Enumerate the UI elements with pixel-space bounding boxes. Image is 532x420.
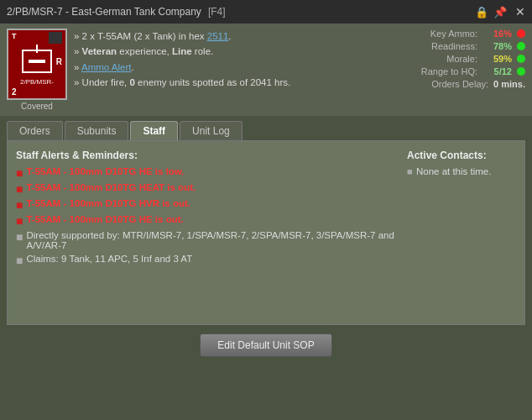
close-icon[interactable]: ✕: [515, 5, 525, 18]
alert-item-1: ■ T-55AM - 100mm D10TG HE is low.: [16, 166, 399, 179]
shortcut-label: [F4]: [208, 6, 226, 18]
contact-text-1: None at this time.: [416, 166, 491, 176]
alert-bullet-6: ■: [16, 255, 23, 266]
unit-info-line2: » Veteran experience, Line role.: [74, 44, 384, 59]
unit-info: » 2 x T-55AM (2 x Tank) in hex 2511. » V…: [74, 29, 384, 91]
alert-bullet-5: ■: [16, 231, 23, 243]
stat-row-readiness: Readiness: 78%: [391, 41, 525, 51]
stat-row-morale: Morale: 59%: [391, 54, 525, 64]
alert-text-1: T-55AM - 100mm D10TG HE is low.: [26, 166, 184, 176]
alert-text-5: Directly supported by: MTR/I/MSR-7, 1/SP…: [26, 230, 399, 250]
ammo-alert-link[interactable]: Ammo Alert: [81, 62, 131, 72]
badge-r-label: R: [56, 57, 62, 66]
unit-info-line3: » Ammo Alert.: [74, 60, 384, 75]
stat-value-range: 5/12: [482, 66, 512, 76]
stat-dot-readiness: [517, 42, 525, 50]
tank-symbol: [22, 50, 52, 73]
stat-dot-range: [517, 67, 525, 76]
stat-value-readiness: 78%: [482, 41, 512, 51]
stat-row-ammo: Key Ammo: 16%: [391, 29, 525, 39]
contact-bullet-1: ■: [407, 166, 413, 176]
badge-top-left: T: [12, 32, 17, 44]
badge-top-right: [49, 32, 62, 44]
alert-bullet-4: ■: [16, 215, 23, 227]
staff-alerts-section: Staff Alerts & Reminders: ■ T-55AM - 100…: [16, 150, 399, 316]
covered-label: Covered: [21, 102, 53, 111]
badge-bottom-left: 2: [12, 87, 17, 97]
active-contacts-title: Active Contacts:: [407, 150, 516, 161]
stat-row-delay: Orders Delay: 0 mins.: [391, 79, 525, 89]
tab-orders[interactable]: Orders: [7, 121, 63, 140]
unit-badge: T R 2/PB/MSR- 2: [7, 29, 67, 100]
alert-item-3: ■ T-55AM - 100mm D10TG HVR is out.: [16, 198, 399, 211]
bottom-bar: Edit Default Unit SOP: [0, 327, 532, 364]
stat-label-ammo: Key Ammo:: [430, 29, 477, 39]
contact-item-1: ■ None at this time.: [407, 166, 516, 176]
pin-icon[interactable]: 📌: [493, 6, 507, 18]
stat-label-morale: Morale:: [446, 54, 477, 64]
stat-row-range: Range to HQ: 5/12: [391, 66, 525, 76]
unit-info-line1: » 2 x T-55AM (2 x Tank) in hex 2511.: [74, 29, 384, 44]
active-contacts-section: Active Contacts: ■ None at this time.: [407, 150, 516, 316]
lock-icon[interactable]: 🔒: [475, 6, 488, 18]
stat-value-morale: 59%: [482, 54, 512, 64]
title-bar: 2/PB/MSR-7 - East-German Tank Company [F…: [0, 0, 532, 24]
tab-subunits[interactable]: Subunits: [65, 121, 129, 140]
window-title: 2/PB/MSR-7 - East-German Tank Company: [7, 6, 201, 18]
tabs-bar: Orders Subunits Staff Unit Log: [0, 116, 532, 140]
alert-text-3: T-55AM - 100mm D10TG HVR is out.: [26, 198, 190, 208]
stat-value-delay: 0 mins.: [493, 79, 525, 89]
alert-text-4: T-55AM - 100mm D10TG HE is out.: [26, 214, 183, 224]
alert-item-6: ■ Claims: 9 Tank, 11 APC, 5 Inf and 3 AT: [16, 254, 399, 266]
unit-info-line4: » Under fire, 0 enemy units spotted as o…: [74, 75, 384, 90]
edit-default-sop-button[interactable]: Edit Default Unit SOP: [200, 333, 331, 357]
unit-badge-container: T R 2/PB/MSR- 2 Covered: [7, 29, 67, 111]
alert-bullet-2: ■: [16, 183, 23, 195]
stat-dot-ammo: [517, 29, 525, 38]
stat-dot-morale: [517, 55, 525, 63]
alert-bullet-1: ■: [16, 167, 23, 179]
stat-label-readiness: Readiness:: [431, 41, 477, 51]
stats-panel: Key Ammo: 16% Readiness: 78% Morale: 59%…: [391, 29, 525, 92]
alert-item-5: ■ Directly supported by: MTR/I/MSR-7, 1/…: [16, 230, 399, 250]
alert-item-4: ■ T-55AM - 100mm D10TG HE is out.: [16, 214, 399, 227]
hex-link[interactable]: 2511: [207, 31, 229, 41]
stat-label-range: Range to HQ:: [421, 66, 477, 76]
badge-designation: 2/PB/MSR-: [18, 77, 55, 87]
alert-bullet-3: ■: [16, 199, 23, 211]
alert-text-6: Claims: 9 Tank, 11 APC, 5 Inf and 3 AT: [26, 254, 192, 264]
alert-item-2: ■ T-55AM - 100mm D10TG HEAT is out.: [16, 182, 399, 195]
header-row: T R 2/PB/MSR- 2 Covered » 2 x T-55AM (2 …: [0, 24, 532, 116]
staff-alerts-title: Staff Alerts & Reminders:: [16, 150, 399, 161]
tab-staff[interactable]: Staff: [130, 121, 178, 140]
tab-unitlog[interactable]: Unit Log: [180, 121, 243, 140]
tab-content-staff: Staff Alerts & Reminders: ■ T-55AM - 100…: [7, 140, 525, 325]
stat-value-ammo: 16%: [482, 29, 512, 39]
alert-text-2: T-55AM - 100mm D10TG HEAT is out.: [26, 182, 196, 192]
stat-label-delay: Orders Delay:: [431, 79, 488, 89]
